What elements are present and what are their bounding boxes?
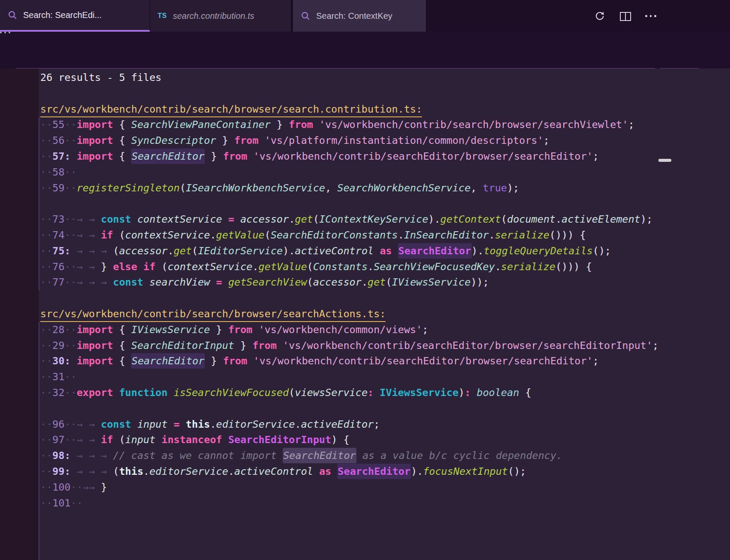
token: . bbox=[168, 245, 174, 257]
result-line[interactable]: ··96··→ → const input = this.editorServi… bbox=[0, 417, 730, 432]
result-line[interactable]: ··77··→ → → const searchView = getSearch… bbox=[0, 274, 730, 290]
token: , bbox=[325, 182, 337, 194]
tab-search-contribution-ts[interactable]: TS search.contribution.ts bbox=[150, 0, 291, 32]
tab-search-searcheditor[interactable]: Search: SearchEdi... bbox=[0, 0, 150, 32]
file-path-text: src/vs/workbench/contrib/search/browser/… bbox=[40, 103, 422, 117]
result-line[interactable]: ··55··import { SearchViewPaneContainer }… bbox=[0, 117, 730, 133]
token: activeControl bbox=[234, 465, 313, 477]
blank-row bbox=[0, 196, 730, 211]
refresh-icon[interactable] bbox=[594, 11, 605, 22]
result-line[interactable]: ··59··registerSingleton(ISearchWorkbench… bbox=[0, 180, 730, 196]
whitespace-dots: ·· bbox=[65, 166, 77, 178]
more-actions-icon[interactable] bbox=[645, 15, 656, 17]
token: ; bbox=[652, 340, 658, 351]
token bbox=[392, 245, 398, 257]
token: contextService bbox=[125, 229, 210, 241]
result-line[interactable]: ··76··→ → } else if (contextService.getV… bbox=[0, 259, 730, 275]
tab-search-contextkey[interactable]: Search: ContextKey bbox=[293, 0, 426, 32]
split-editor-icon[interactable] bbox=[620, 12, 631, 21]
token bbox=[168, 418, 174, 430]
whitespace-dots: ·· bbox=[40, 276, 52, 288]
result-line[interactable]: ··28··import { IViewsService } from 'vs/… bbox=[0, 322, 730, 338]
token: getValue bbox=[216, 229, 264, 241]
token: } bbox=[271, 119, 289, 131]
whitespace-dots: ·· bbox=[40, 434, 52, 446]
token: IEditorService bbox=[198, 245, 283, 257]
token: { bbox=[113, 150, 131, 162]
token: from bbox=[228, 324, 253, 336]
result-line[interactable]: ··74··→ → if (contextService.getValue(Se… bbox=[0, 227, 730, 243]
token: } bbox=[216, 134, 234, 146]
token: { bbox=[519, 387, 531, 399]
token bbox=[71, 465, 77, 477]
result-line[interactable]: ··99: → → → (this.editorService.activeCo… bbox=[0, 464, 730, 480]
token: { bbox=[113, 134, 131, 146]
token: } bbox=[234, 340, 252, 351]
file-path[interactable]: src/vs/workbench/contrib/search/browser/… bbox=[0, 101, 730, 117]
token: getValue bbox=[258, 261, 307, 273]
result-line[interactable]: ··100··→→ } bbox=[0, 480, 730, 495]
whitespace-dots: ·· bbox=[65, 213, 77, 225]
token: ). bbox=[283, 245, 295, 257]
token: } bbox=[101, 481, 107, 493]
token: import bbox=[77, 324, 113, 336]
token: this bbox=[119, 465, 144, 477]
token: from bbox=[223, 355, 247, 367]
token: InSearchEditor bbox=[404, 229, 489, 241]
token: getSearchView bbox=[228, 276, 307, 288]
token: ) { bbox=[331, 434, 349, 446]
line-number: 55 bbox=[52, 119, 64, 131]
result-line[interactable]: ··31·· bbox=[0, 369, 730, 385]
token: getContext bbox=[440, 213, 501, 225]
token: import bbox=[77, 340, 113, 351]
result-line[interactable]: ··29··import { SearchEditorInput } from … bbox=[0, 338, 730, 354]
token: import bbox=[77, 134, 113, 146]
result-line[interactable]: ··58·· bbox=[0, 164, 730, 180]
token: SearchEditorInput bbox=[228, 434, 332, 446]
token: ())) { bbox=[556, 261, 592, 273]
result-line[interactable]: ··56··import { SyncDescriptor } from 'vs… bbox=[0, 133, 730, 149]
line-number-match: 98: bbox=[52, 450, 70, 462]
result-line[interactable]: ··101·· bbox=[0, 495, 730, 511]
overview-ruler-marker[interactable] bbox=[658, 159, 671, 162]
result-line[interactable]: ··98: → → → // cast as we cannot import … bbox=[0, 448, 730, 464]
result-line[interactable]: ··57: import { SearchEditor } from 'vs/w… bbox=[0, 149, 730, 164]
more-search-actions-icon[interactable] bbox=[0, 32, 730, 33]
token: as bbox=[319, 465, 331, 477]
token: SearchViewPaneContainer bbox=[131, 119, 270, 131]
token: from bbox=[234, 134, 259, 146]
search-results-editor[interactable]: 26 results - 5 filessrc/vs/workbench/con… bbox=[0, 69, 730, 560]
token: Constants bbox=[313, 261, 368, 273]
token: : bbox=[464, 387, 470, 399]
token: → → bbox=[77, 418, 101, 430]
token: editorService bbox=[150, 465, 228, 477]
result-line[interactable]: ··75: → → → (accessor.get(IEditorService… bbox=[0, 243, 730, 259]
token: function bbox=[119, 387, 168, 399]
token: ). bbox=[472, 245, 484, 257]
line-number: 100 bbox=[52, 481, 70, 493]
result-line[interactable]: ··97··→ → if (input instanceof SearchEdi… bbox=[0, 432, 730, 448]
match-highlight: SearchEditor bbox=[337, 464, 411, 479]
whitespace-dots: ·· bbox=[65, 324, 77, 336]
search-icon bbox=[301, 11, 310, 21]
result-line[interactable]: ··73··→ → const contextService = accesso… bbox=[0, 211, 730, 227]
token bbox=[113, 387, 119, 399]
token bbox=[131, 213, 137, 225]
token: true bbox=[483, 182, 507, 194]
token bbox=[222, 213, 228, 225]
token: ); bbox=[507, 182, 519, 194]
file-path[interactable]: src/vs/workbench/contrib/search/browser/… bbox=[0, 306, 730, 322]
result-line[interactable]: ··32··export function isSearchViewFocuse… bbox=[0, 385, 730, 401]
token: → → → bbox=[77, 465, 113, 477]
blank-row bbox=[0, 86, 730, 101]
token bbox=[331, 465, 337, 477]
token bbox=[71, 355, 77, 367]
token bbox=[252, 324, 258, 336]
result-line[interactable]: ··30: import { SearchEditor } from 'vs/w… bbox=[0, 353, 730, 369]
line-number: 73 bbox=[52, 213, 64, 225]
token: { bbox=[113, 340, 131, 351]
token: ). bbox=[411, 465, 423, 477]
whitespace-dots: ·· bbox=[65, 387, 77, 399]
token: this bbox=[186, 418, 210, 430]
token: . bbox=[252, 261, 258, 273]
